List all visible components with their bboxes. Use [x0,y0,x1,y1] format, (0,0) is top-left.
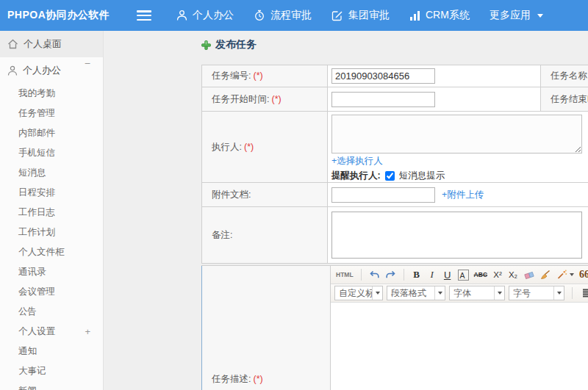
top-nav: 个人办公 流程审批 集团审批 CRM系统 更多应用 [176,9,543,22]
nav-more-apps[interactable]: 更多应用 [490,9,543,22]
nav-group-approval[interactable]: 集团审批 [331,9,390,22]
expand-plus-icon[interactable]: + [85,322,90,342]
menu-toggle-icon[interactable] [137,10,151,21]
chevron-down-icon [494,286,504,300]
alignment-buttons [583,289,588,298]
executor-label: 执行人:(*) [202,112,328,183]
description-label: 任务描述:(*) [202,266,331,390]
chevron-down-icon [537,14,543,18]
top-header: PHPOA协同办公软件 个人办公 流程审批 集团审批 CRM系统 更多应用 [0,0,588,31]
sidebar-item-internal-mail[interactable]: 内部邮件 [0,123,103,143]
attachment-input[interactable] [331,187,435,203]
attachment-label: 附件文档: [202,183,328,207]
bold-button[interactable]: B [410,267,423,282]
subscript-button[interactable]: X₂ [506,267,520,282]
format-brush-icon[interactable] [539,267,553,282]
sidebar-item-memorabilia[interactable]: 大事记 [0,361,103,381]
main-area: 发布任务 任务编号:(*) 任务名称:(*) 任务开始时间:(*) 任务结束时间… [104,31,588,390]
select-executor-link[interactable]: +选择执行人 [331,156,383,166]
attachment-upload-link[interactable]: +附件上传 [442,189,484,201]
task-form-table: 任务编号:(*) 任务名称:(*) 任务开始时间:(*) 任务结束时间:(*) … [201,65,588,264]
eraser-icon[interactable] [522,267,537,282]
chevron-down-icon [553,286,564,300]
sidebar-item-personal-office[interactable]: 个人办公 − [0,57,103,84]
sidebar-item-my-attendance[interactable]: 我的考勤 [0,84,103,104]
strikethrough-button[interactable]: ABC [473,267,489,282]
sms-remind-option: 短消息提示 [399,170,445,182]
start-time-label: 任务开始时间:(*) [202,87,328,112]
custom-title-dropdown[interactable]: 自定义标题 [334,286,383,300]
align-left-icon[interactable] [583,289,588,298]
nav-crm-system[interactable]: CRM系统 [409,9,470,22]
underline-button[interactable]: U [441,267,454,282]
italic-button[interactable]: I [426,267,439,282]
sidebar-item-schedule[interactable]: 日程安排 [0,183,103,203]
sidebar-item-file-cabinet[interactable]: 个人文件柜 [0,242,103,262]
editor-toolbar-row2: 自定义标题 段落格式 字体 字号 [331,284,588,303]
sidebar-item-personal-settings[interactable]: 个人设置 + [0,322,103,342]
person-icon [176,10,187,21]
user-icon [7,65,18,76]
blockquote-button[interactable]: 66 [578,267,588,282]
app-logo: PHPOA协同办公软件 [0,9,137,22]
remark-label: 备注: [202,207,328,264]
collapse-minus-icon[interactable]: − [85,57,90,69]
sidebar-item-news[interactable]: 新闻 [0,381,103,390]
auto-format-wand-icon[interactable] [555,267,576,282]
editor-toolbar-row1: HTML B I U A ABC X² X₂ [331,266,588,284]
end-time-label: 任务结束时间:(*) [541,87,588,112]
undo-icon[interactable] [368,267,381,282]
redo-icon[interactable] [384,267,398,282]
font-size-dropdown[interactable]: 字号 [509,286,564,300]
font-border-button[interactable]: A [458,270,469,281]
sms-remind-checkbox[interactable] [385,171,395,181]
process-clock-icon [254,10,265,21]
rich-text-editor: HTML B I U A ABC X² X₂ [331,266,588,390]
page-title: 发布任务 [201,37,588,52]
editor-content-area[interactable] [331,303,588,390]
sidebar-item-announcement[interactable]: 公告 [0,302,103,322]
task-no-label: 任务编号:(*) [202,65,328,87]
plus-icon [201,40,211,50]
sidebar-item-meeting-management[interactable]: 会议管理 [0,282,103,302]
sidebar-item-personal-desktop[interactable]: 个人桌面 [0,31,103,57]
bar-chart-icon [409,10,420,21]
nav-personal-office[interactable]: 个人办公 [176,9,234,22]
source-code-button[interactable]: HTML [334,267,355,282]
sidebar-item-task-management[interactable]: 任务管理 [0,104,103,123]
task-no-input[interactable] [331,68,435,84]
sidebar-item-mobile-sms[interactable]: 手机短信 [0,143,103,163]
start-time-input[interactable] [331,92,435,107]
sidebar-item-work-plan[interactable]: 工作计划 [0,223,103,242]
sidebar-item-contacts[interactable]: 通讯录 [0,262,103,282]
font-family-dropdown[interactable]: 字体 [449,286,505,300]
task-name-label: 任务名称:(*) [541,65,588,87]
sidebar: 个人桌面 个人办公 − 我的考勤 任务管理 内部邮件 手机短信 短消息 日程安排… [0,31,104,390]
superscript-button[interactable]: X² [491,267,504,282]
chevron-down-icon [434,286,445,300]
remind-executor-label: 提醒执行人: [331,170,381,182]
description-section: 任务描述:(*) HTML B I U A [201,265,588,390]
executor-textarea[interactable] [331,115,582,154]
chevron-down-icon [372,286,382,300]
remark-textarea[interactable] [331,212,582,259]
sidebar-item-work-log[interactable]: 工作日志 [0,203,103,223]
sidebar-item-short-message[interactable]: 短消息 [0,163,103,183]
edit-square-icon [331,10,343,21]
home-icon [7,39,18,49]
nav-process-approval[interactable]: 流程审批 [254,9,312,22]
sidebar-item-notification[interactable]: 通知 [0,342,103,361]
paragraph-format-dropdown[interactable]: 段落格式 [387,286,445,300]
